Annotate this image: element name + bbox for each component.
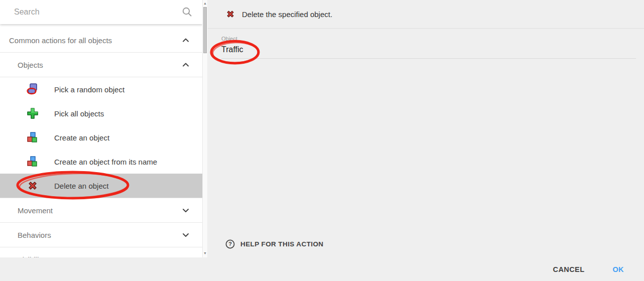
action-item-label: Delete an object [54, 182, 108, 190]
action-editor-panel: Delete the specified object. Object ? HE… [208, 0, 644, 257]
section-label: Common actions for all objects [9, 36, 112, 45]
action-item-label: Pick all objects [54, 109, 104, 118]
action-title: Delete the specified object. [242, 10, 332, 19]
chevron-down-icon [180, 204, 192, 216]
help-for-this-action-button[interactable]: ? HELP FOR THIS ACTION [222, 235, 330, 253]
section-label: Movement [18, 206, 53, 215]
object-field: Object [208, 29, 644, 59]
actions-sidebar: Common actions for all objects Objects P… [0, 0, 202, 257]
action-item-create-object-from-name[interactable]: Create an object from its name [0, 150, 202, 174]
object-field-label: Object [221, 36, 636, 42]
action-item-label: Create an object from its name [54, 158, 157, 166]
help-circle-icon: ? [225, 239, 235, 249]
action-header: Delete the specified object. [208, 0, 644, 29]
section-objects[interactable]: Objects [0, 53, 202, 77]
help-button-label: HELP FOR THIS ACTION [240, 240, 324, 248]
section-visibility[interactable]: Visibility [0, 247, 202, 257]
action-item-label: Create an object [54, 133, 109, 142]
section-label: Behaviors [18, 231, 51, 239]
action-item-pick-random-object[interactable]: Pick a random object [0, 77, 202, 101]
scrollbar-thumb[interactable] [203, 7, 207, 53]
chevron-up-icon [180, 34, 192, 46]
dialog-footer: CANCEL OK [0, 257, 644, 281]
object-field-input[interactable] [221, 42, 636, 59]
section-movement[interactable]: Movement [0, 198, 202, 222]
action-item-pick-all-objects[interactable]: Pick all objects [0, 101, 202, 125]
action-item-label: Pick a random object [54, 85, 124, 94]
pick-random-object-icon [26, 83, 39, 96]
scroll-down-arrow-icon[interactable]: ▼ [203, 250, 207, 256]
svg-text:?: ? [228, 241, 232, 247]
section-label: Objects [18, 61, 43, 69]
pick-all-objects-icon [26, 107, 39, 120]
action-item-delete-an-object[interactable]: Delete an object [0, 174, 202, 198]
ok-button[interactable]: OK [604, 261, 632, 277]
delete-cross-icon [26, 179, 39, 192]
chevron-down-icon [180, 229, 192, 241]
action-item-create-an-object[interactable]: Create an object [0, 125, 202, 150]
scroll-up-arrow-icon[interactable]: ▲ [203, 0, 207, 6]
delete-cross-icon [225, 9, 236, 20]
create-object-icon [26, 131, 39, 144]
create-object-icon [26, 155, 39, 168]
cancel-button[interactable]: CANCEL [545, 261, 593, 277]
chevron-up-icon [180, 59, 192, 71]
search-input[interactable] [0, 8, 181, 17]
section-behaviors[interactable]: Behaviors [0, 223, 202, 247]
actions-list: Common actions for all objects Objects P… [0, 24, 202, 257]
magnifier-icon[interactable] [181, 6, 193, 18]
search-bar[interactable] [0, 0, 202, 24]
sidebar-scrollbar[interactable]: ▲ ▼ [202, 0, 207, 257]
section-common-actions[interactable]: Common actions for all objects [0, 28, 202, 52]
